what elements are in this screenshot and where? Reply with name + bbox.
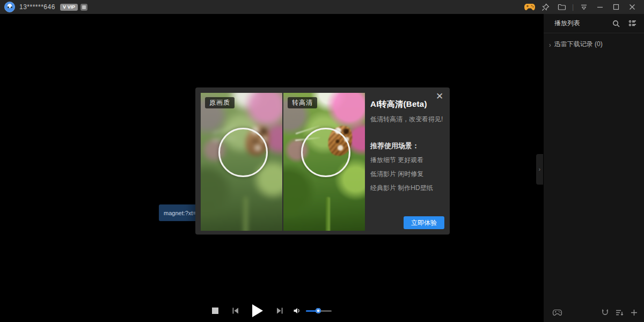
try-now-button[interactable]: 立即体验 xyxy=(404,216,444,229)
magnet-link-icon[interactable] xyxy=(602,309,609,316)
stop-button[interactable] xyxy=(212,308,218,314)
playlist-sidebar: 播放列表 › 迅雷下载记录 (0) xyxy=(543,14,644,322)
scenario-line: 低清影片 闲时修复 xyxy=(370,170,444,179)
playlist-title: 播放列表 xyxy=(554,19,604,28)
pin-window-icon[interactable] xyxy=(539,1,552,13)
chevron-right-icon: › xyxy=(539,166,540,172)
minimize-button[interactable] xyxy=(594,1,606,13)
scenario-line: 经典影片 制作HD壁纸 xyxy=(370,184,444,193)
download-record-item[interactable]: › 迅雷下载记录 (0) xyxy=(544,33,644,55)
ai-hd-dialog: ✕ 原画质 xyxy=(195,87,450,235)
speaker-icon[interactable] xyxy=(293,307,301,314)
previous-button[interactable] xyxy=(232,307,239,314)
playlist-settings-icon[interactable] xyxy=(628,20,636,27)
member-grade-badge-icon xyxy=(80,4,87,11)
search-icon[interactable] xyxy=(612,20,620,27)
magnifier-ring xyxy=(301,128,350,177)
original-label: 原画质 xyxy=(205,97,235,108)
sidebar-collapse-handle[interactable]: › xyxy=(536,154,543,185)
titlebar-actions: | xyxy=(523,1,644,13)
dialog-title: AI转高清(Beta) xyxy=(370,99,444,109)
original-quality-image: 原画质 xyxy=(201,93,282,231)
game-mode-icon[interactable] xyxy=(552,309,562,316)
sidebar-footer xyxy=(544,306,644,322)
main-menu-icon[interactable] xyxy=(577,1,590,13)
open-folder-icon[interactable] xyxy=(555,1,568,13)
app-window: 13******646 V VIP | xyxy=(0,0,644,322)
dialog-text-column: AI转高清(Beta) 低清转高清，改变看得见! 推荐使用场景： 播放细节 更好… xyxy=(370,99,444,193)
play-button[interactable] xyxy=(252,304,263,317)
magnifier-ring xyxy=(218,128,268,177)
next-button[interactable] xyxy=(276,307,283,314)
vip-badge: V VIP xyxy=(60,4,78,11)
volume-slider[interactable] xyxy=(306,310,332,312)
chevron-right-icon: › xyxy=(549,40,551,48)
volume-knob[interactable] xyxy=(316,308,321,313)
maximize-button[interactable] xyxy=(610,1,623,13)
scenarios-heading: 推荐使用场景： xyxy=(370,141,444,151)
playlist-header: 播放列表 xyxy=(544,14,644,33)
close-button[interactable] xyxy=(626,1,639,13)
username-label: 13******646 xyxy=(19,3,55,11)
user-avatar[interactable] xyxy=(4,2,15,12)
enhanced-label: 转高清 xyxy=(288,97,317,108)
sort-order-icon[interactable] xyxy=(616,309,624,316)
comparison-previews: 原画质 转高清 xyxy=(201,93,365,231)
titlebar-separator: | xyxy=(572,3,574,11)
download-record-label: 迅雷下载记录 (0) xyxy=(554,40,603,49)
enhanced-quality-image: 转高清 xyxy=(283,93,365,231)
player-controls xyxy=(0,299,543,322)
titlebar: 13******646 V VIP | xyxy=(0,0,644,14)
scenario-line: 播放细节 更好观看 xyxy=(370,156,444,165)
add-to-playlist-icon[interactable] xyxy=(631,309,638,316)
game-center-icon[interactable] xyxy=(523,1,536,13)
dialog-subtitle: 低清转高清，改变看得见! xyxy=(370,115,444,124)
magnet-url-text: magnet:?xt=u xyxy=(164,210,200,216)
volume-control xyxy=(293,307,332,314)
